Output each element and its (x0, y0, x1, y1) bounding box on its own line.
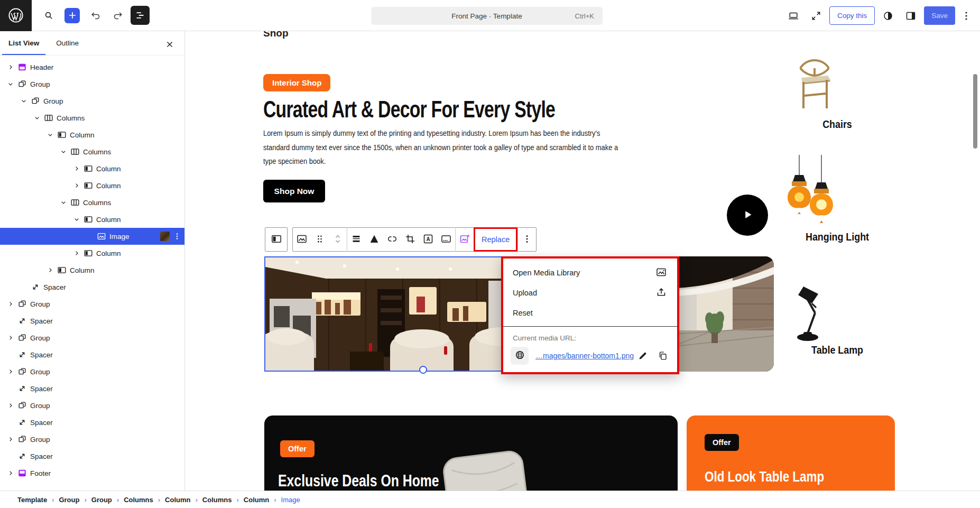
canvas-scrollbar-thumb[interactable] (973, 74, 977, 149)
hero-title[interactable]: Curated Art & Decor For Every Style (263, 96, 555, 123)
ai-edit-image-button[interactable] (456, 228, 474, 251)
tree-item-image-10[interactable]: Image (0, 228, 184, 245)
chevron-right-icon[interactable] (71, 181, 82, 190)
block-options-button[interactable] (518, 228, 536, 251)
copy-this-button[interactable]: Copy this (829, 6, 875, 25)
tree-item-column-12[interactable]: Column (0, 262, 184, 279)
breadcrumb-item-column-4[interactable]: Column (165, 496, 190, 504)
chevron-right-icon[interactable] (5, 334, 16, 342)
tree-item-spacer-13[interactable]: Spacer (0, 279, 184, 295)
crop-button[interactable] (401, 228, 419, 251)
align-button[interactable] (347, 228, 365, 251)
add-block-button[interactable] (64, 8, 80, 23)
tree-item-group-1[interactable]: Group (0, 76, 184, 93)
hero-paragraph[interactable]: Lorem Ipsum is simply dummy text of the … (263, 126, 618, 169)
chevron-down-icon[interactable] (5, 80, 16, 88)
edit-url-button[interactable] (636, 349, 650, 363)
hero-badge[interactable]: Interior Shop (263, 74, 330, 91)
breadcrumb-item-group-2[interactable]: Group (91, 496, 112, 504)
duotone-filter-button[interactable] (365, 228, 383, 251)
tree-item-column-6[interactable]: Column (0, 160, 184, 177)
chevron-right-icon[interactable] (71, 249, 82, 257)
breadcrumb-item-columns-3[interactable]: Columns (124, 496, 153, 504)
chevron-right-icon[interactable] (5, 401, 16, 410)
close-sidebar-button[interactable] (160, 35, 179, 54)
chevron-right-icon[interactable] (5, 367, 16, 376)
product-image-chairs[interactable] (793, 54, 836, 113)
breadcrumb-item-group-1[interactable]: Group (59, 496, 79, 504)
tree-item-column-9[interactable]: Column (0, 211, 184, 228)
tree-item-footer-24[interactable]: Footer (0, 465, 184, 482)
tree-item-group-20[interactable]: Group (0, 397, 184, 414)
breadcrumb-item-columns-5[interactable]: Columns (202, 496, 232, 504)
breadcrumb-item-column-6[interactable]: Column (244, 496, 269, 504)
image-resize-handle[interactable] (419, 366, 427, 374)
undo-button[interactable] (86, 6, 105, 25)
tree-item-spacer-15[interactable]: Spacer (0, 312, 184, 329)
chevron-right-icon[interactable] (71, 164, 82, 173)
drag-handle[interactable] (311, 228, 329, 251)
tree-item-column-4[interactable]: Column (0, 126, 184, 143)
link-button[interactable] (383, 228, 401, 251)
chevron-down-icon[interactable] (58, 147, 69, 156)
tree-item-columns-3[interactable]: Columns (0, 109, 184, 126)
offer-card-orange[interactable]: Offer Old Look Table Lamp (687, 415, 895, 491)
options-menu-button[interactable] (959, 6, 974, 25)
chevron-right-icon[interactable] (5, 63, 16, 71)
save-button[interactable]: Save (924, 6, 955, 25)
chevron-right-icon[interactable] (5, 435, 16, 444)
block-type-image-button[interactable] (293, 228, 311, 251)
settings-sidebar-button[interactable] (901, 6, 920, 25)
chevron-right-icon[interactable] (5, 300, 16, 308)
chevron-down-icon[interactable] (19, 97, 29, 105)
offer-card-dark[interactable]: Offer Exclusive Deals On Home (264, 415, 678, 491)
caption-button[interactable] (437, 228, 455, 251)
menu-item-upload[interactable]: Upload (503, 283, 677, 303)
media-url-link[interactable]: …mages/banner-bottom1.png (535, 352, 634, 360)
tree-item-group-18[interactable]: Group (0, 363, 184, 380)
tree-item-columns-5[interactable]: Columns (0, 143, 184, 160)
tree-item-group-16[interactable]: Group (0, 329, 184, 346)
move-up-down-button[interactable] (329, 228, 347, 251)
tree-item-header-0[interactable]: Header (0, 59, 184, 76)
shop-now-button[interactable]: Shop Now (263, 180, 325, 202)
replace-button[interactable]: Replace (475, 235, 516, 244)
chevron-down-icon[interactable] (45, 131, 56, 139)
list-view-toggle-button[interactable] (131, 6, 150, 25)
play-video-button[interactable] (727, 195, 768, 236)
tree-item-group-14[interactable]: Group (0, 295, 184, 312)
chevron-right-icon[interactable] (5, 469, 16, 477)
tree-item-spacer-19[interactable]: Spacer (0, 380, 184, 397)
chevron-down-icon[interactable] (32, 114, 42, 122)
product-image-hanging-light[interactable] (783, 155, 838, 229)
style-book-button[interactable] (879, 6, 898, 25)
tree-item-column-11[interactable]: Column (0, 245, 184, 262)
tree-item-group-2[interactable]: Group (0, 93, 184, 109)
fullscreen-button[interactable] (807, 6, 826, 25)
chevron-right-icon[interactable] (45, 266, 56, 274)
tree-item-spacer-17[interactable]: Spacer (0, 346, 184, 363)
tree-item-label: Column (96, 182, 121, 190)
menu-item-reset[interactable]: Reset (503, 303, 677, 323)
tab-outline[interactable]: Outline (48, 31, 87, 55)
product-image-table-lamp[interactable] (791, 280, 826, 345)
menu-item-open-media-library[interactable]: Open Media Library (503, 263, 677, 283)
select-parent-column-button[interactable] (267, 228, 285, 251)
breadcrumb-item-template-0[interactable]: Template (17, 496, 47, 504)
chevron-down-icon[interactable] (58, 198, 69, 207)
tree-item-spacer-21[interactable]: Spacer (0, 414, 184, 431)
tree-item-options-kebab-icon[interactable] (170, 232, 184, 241)
tree-item-column-7[interactable]: Column (0, 177, 184, 194)
tree-item-columns-8[interactable]: Columns (0, 194, 184, 211)
document-title-command-bar[interactable]: Front Page · Template Ctrl+K (371, 7, 603, 25)
tree-item-group-22[interactable]: Group (0, 431, 184, 448)
text-over-image-button[interactable]: A (419, 228, 437, 251)
redo-button[interactable] (108, 6, 127, 25)
tab-list-view[interactable]: List View (0, 31, 48, 55)
tree-item-spacer-23[interactable]: Spacer (0, 448, 184, 465)
view-devices-button[interactable] (784, 6, 803, 25)
wordpress-logo[interactable] (0, 0, 32, 31)
chevron-down-icon[interactable] (71, 215, 82, 224)
copy-url-button[interactable] (656, 349, 670, 363)
search-button[interactable] (39, 6, 58, 25)
